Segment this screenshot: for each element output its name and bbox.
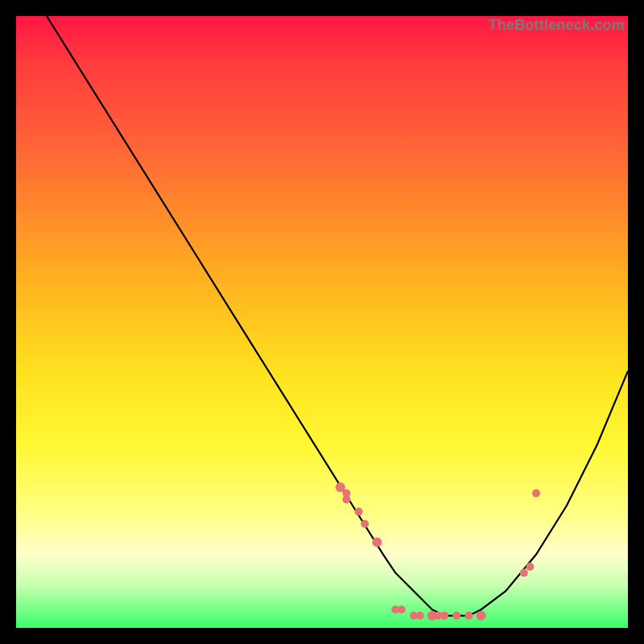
marker-dot bbox=[520, 569, 528, 577]
marker-dot bbox=[342, 495, 350, 503]
marker-dot bbox=[440, 612, 448, 620]
chart-svg bbox=[16, 16, 628, 628]
marker-dot bbox=[452, 612, 460, 620]
bottleneck-curve bbox=[47, 16, 628, 616]
marker-dot bbox=[372, 538, 382, 547]
marker-dot bbox=[464, 612, 473, 620]
marker-dot bbox=[355, 508, 363, 516]
marker-dot bbox=[416, 612, 424, 620]
watermark-text: TheBottleneck.com bbox=[489, 16, 625, 34]
marker-dot bbox=[477, 611, 486, 621]
marker-dot bbox=[398, 605, 406, 613]
marker-dot bbox=[361, 520, 369, 528]
marker-dot bbox=[532, 489, 540, 497]
plot-area: TheBottleneck.com bbox=[16, 16, 628, 628]
marker-dots-group bbox=[336, 482, 540, 621]
marker-dot bbox=[526, 563, 534, 571]
plot-frame: TheBottleneck.com bbox=[16, 16, 628, 628]
